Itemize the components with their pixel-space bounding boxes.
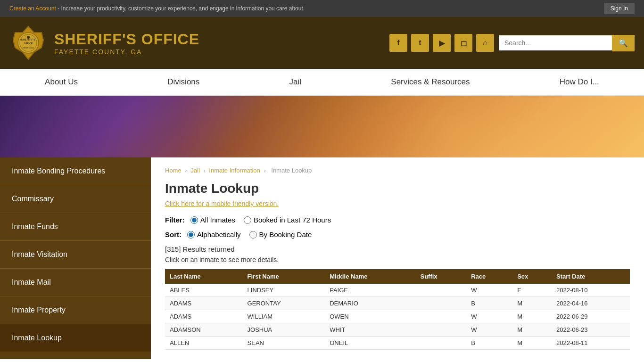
inmate-table: Last Name First Name Middle Name Suffix … [165, 269, 630, 350]
main-content: Home › Jail › Inmate Information › Inmat… [151, 157, 644, 359]
table-row[interactable]: ADAMSONJOSHUAWHITWM2022-06-23 [165, 323, 630, 337]
sidebar-item-visitation[interactable]: Inmate Visitation [0, 241, 151, 269]
youtube-icon[interactable]: ▶ [433, 34, 451, 52]
table-row[interactable]: ALLENSEANONEILBM2022-08-11 [165, 337, 630, 350]
filter-row: Filter: All Inmates Booked in Last 72 Ho… [165, 216, 630, 224]
table-header-row: Last Name First Name Middle Name Suffix … [165, 269, 630, 284]
table-cell: WHIT [325, 323, 415, 337]
table-cell: 2022-08-11 [552, 337, 630, 350]
table-cell: W [466, 323, 512, 337]
site-title: SHERIFF'S OFFICE [54, 31, 199, 48]
sort-booking-date[interactable]: By Booking Date [249, 230, 312, 239]
nav-divisions[interactable]: Divisions [153, 69, 214, 95]
col-start-date: Start Date [552, 269, 630, 284]
table-cell: W [466, 310, 512, 323]
table-cell [415, 337, 466, 350]
sidebar-item-funds[interactable]: Inmate Funds [0, 213, 151, 241]
filter-all-inmates[interactable]: All Inmates [190, 216, 235, 224]
table-row[interactable]: ABLESLINDSEYPAIGEWF2022-08-10 [165, 284, 630, 297]
header: SHERIFF'S OFFICE FAYETTE CO SHERIFF'S OF… [0, 17, 644, 69]
social-icons-group: f t ▶ ◻ ⌂ [389, 34, 494, 52]
sort-row: Sort: Alphabetically By Booking Date [165, 230, 630, 239]
top-bar-text: Create an Account - Increase your produc… [9, 5, 305, 12]
breadcrumb-sep-3: › [264, 167, 267, 174]
filter-radio-group: All Inmates Booked in Last 72 Hours [190, 216, 331, 224]
breadcrumb-current: Inmate Lookup [271, 167, 312, 174]
table-cell [415, 323, 466, 337]
twitter-icon[interactable]: t [411, 34, 429, 52]
col-suffix: Suffix [415, 269, 466, 284]
table-cell: W [466, 284, 512, 297]
col-middle-name: Middle Name [325, 269, 415, 284]
table-cell: ALLEN [165, 337, 243, 350]
table-row[interactable]: ADAMSGERONTAYDEMARIOBM2022-04-16 [165, 297, 630, 310]
mobile-link[interactable]: Click here for a mobile friendly version… [165, 200, 630, 207]
table-cell: M [512, 297, 552, 310]
search-bar: 🔍 [499, 35, 635, 51]
table-cell: ADAMS [165, 297, 243, 310]
sign-in-button[interactable]: Sign In [604, 3, 635, 14]
table-cell: M [512, 337, 552, 350]
breadcrumb-home[interactable]: Home [165, 167, 182, 174]
table-cell: 2022-08-10 [552, 284, 630, 297]
sort-date-radio[interactable] [249, 231, 257, 239]
sidebar-item-mail[interactable]: Inmate Mail [0, 269, 151, 296]
breadcrumb-sep-1: › [185, 167, 189, 174]
click-inmate-text: Click on an inmate to see more details. [165, 256, 630, 263]
table-cell: B [466, 337, 512, 350]
sidebar-item-bonding[interactable]: Inmate Bonding Procedures [0, 157, 151, 185]
header-right: f t ▶ ◻ ⌂ 🔍 [389, 34, 635, 52]
nav-how-do-i[interactable]: How Do I... [545, 69, 613, 95]
filter-last-72[interactable]: Booked in Last 72 Hours [244, 216, 331, 224]
nav-services-resources[interactable]: Services & Resources [377, 69, 484, 95]
filter-72-radio[interactable] [244, 216, 251, 224]
facebook-icon[interactable]: f [389, 34, 407, 52]
hero-banner [0, 96, 644, 157]
instagram-icon[interactable]: ◻ [454, 34, 472, 52]
sort-label: Sort: [165, 230, 182, 239]
breadcrumb-inmate-info[interactable]: Inmate Information [209, 167, 260, 174]
site-subtitle: FAYETTE COUNTY, GA [54, 48, 199, 56]
nav-jail[interactable]: Jail [275, 69, 316, 95]
table-cell: ABLES [165, 284, 243, 297]
table-cell: GERONTAY [243, 297, 325, 310]
table-cell: B [466, 297, 512, 310]
sidebar: Inmate Bonding Procedures Commissary Inm… [0, 157, 151, 359]
page-layout: Inmate Bonding Procedures Commissary Inm… [0, 157, 644, 359]
header-title-block: SHERIFF'S OFFICE FAYETTE COUNTY, GA [54, 31, 199, 56]
sidebar-item-property[interactable]: Inmate Property [0, 296, 151, 324]
breadcrumb-jail[interactable]: Jail [190, 167, 200, 174]
table-cell: OWEN [325, 310, 415, 323]
sheriff-badge-icon: SHERIFF'S OFFICE FAYETTE CO [9, 24, 47, 62]
logo-area: SHERIFF'S OFFICE FAYETTE CO SHERIFF'S OF… [9, 24, 199, 62]
svg-text:OFFICE: OFFICE [24, 42, 33, 45]
table-cell: DEMARIO [325, 297, 415, 310]
table-cell: ADAMSON [165, 323, 243, 337]
sidebar-item-commissary[interactable]: Commissary [0, 185, 151, 213]
sort-alpha-radio[interactable] [187, 231, 195, 239]
table-row[interactable]: ADAMSWILLIAMOWENWM2022-06-29 [165, 310, 630, 323]
table-cell [415, 297, 466, 310]
breadcrumb-sep-2: › [203, 167, 207, 174]
search-input[interactable] [499, 35, 612, 50]
table-cell: ONEIL [325, 337, 415, 350]
nav-about-us[interactable]: About Us [31, 69, 92, 95]
svg-point-6 [27, 36, 30, 39]
filter-all-radio[interactable] [190, 216, 198, 224]
col-first-name: First Name [243, 269, 325, 284]
main-nav: About Us Divisions Jail Services & Resou… [0, 69, 644, 96]
table-cell: 2022-04-16 [552, 297, 630, 310]
table-cell: LINDSEY [243, 284, 325, 297]
home-icon[interactable]: ⌂ [476, 34, 494, 52]
table-cell: F [512, 284, 552, 297]
table-cell: 2022-06-29 [552, 310, 630, 323]
table-cell: WILLIAM [243, 310, 325, 323]
results-count: [315] Results returned [165, 245, 630, 253]
sidebar-item-lookup[interactable]: Inmate Lookup [0, 324, 151, 352]
search-button[interactable]: 🔍 [612, 35, 635, 51]
col-race: Race [466, 269, 512, 284]
create-account-link[interactable]: Create an Account [9, 5, 56, 12]
table-cell: PAIGE [325, 284, 415, 297]
sort-alpha[interactable]: Alphabetically [187, 230, 241, 239]
breadcrumb: Home › Jail › Inmate Information › Inmat… [165, 167, 630, 174]
